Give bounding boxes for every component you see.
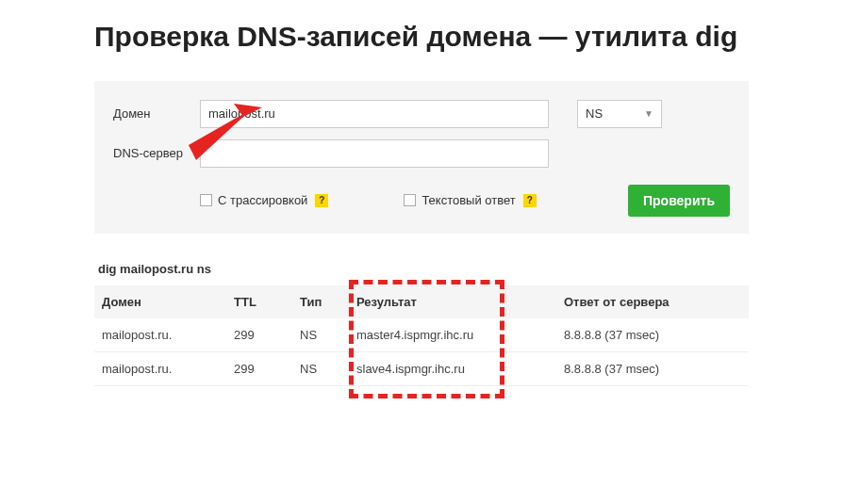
trace-checkbox-group[interactable]: С трассировкой ? bbox=[200, 193, 328, 207]
cell-result: master4.ispmgr.ihc.ru bbox=[349, 318, 556, 352]
trace-checkbox[interactable] bbox=[200, 194, 212, 206]
th-ttl: TTL bbox=[226, 285, 292, 318]
record-type-value: NS bbox=[586, 106, 603, 121]
text-answer-checkbox-group[interactable]: Текстовый ответ ? bbox=[404, 193, 536, 207]
help-icon[interactable]: ? bbox=[523, 194, 537, 207]
cell-ttl: 299 bbox=[226, 351, 292, 385]
dns-server-input[interactable] bbox=[200, 139, 549, 168]
domain-input[interactable] bbox=[200, 100, 549, 128]
results-table: Домен TTL Тип Результат Ответ от сервера… bbox=[94, 285, 749, 386]
text-answer-checkbox[interactable] bbox=[404, 194, 416, 206]
record-type-select[interactable]: NS ▼ bbox=[577, 100, 662, 128]
cell-type: NS bbox=[292, 318, 349, 352]
table-row: mailopost.ru. 299 NS slave4.ispmgr.ihc.r… bbox=[94, 351, 749, 385]
query-form-panel: Домен NS ▼ DNS-сервер С трассировкой ? Т… bbox=[94, 81, 749, 234]
cell-type: NS bbox=[292, 351, 349, 385]
table-row: mailopost.ru. 299 NS master4.ispmgr.ihc.… bbox=[94, 318, 749, 352]
cell-domain: mailopost.ru. bbox=[94, 318, 226, 352]
th-domain: Домен bbox=[94, 285, 226, 318]
cell-result: slave4.ispmgr.ihc.ru bbox=[349, 351, 556, 385]
th-type: Тип bbox=[292, 285, 349, 318]
domain-label: Домен bbox=[113, 106, 189, 121]
page-title: Проверка DNS-записей домена — утилита di… bbox=[94, 19, 749, 55]
cell-domain: mailopost.ru. bbox=[94, 351, 226, 385]
dns-server-label: DNS-сервер bbox=[113, 146, 189, 160]
trace-label: С трассировкой bbox=[218, 193, 307, 207]
dig-command-line: dig mailopost.ru ns bbox=[94, 262, 749, 276]
cell-server: 8.8.8.8 (37 msec) bbox=[556, 351, 749, 385]
cell-server: 8.8.8.8 (37 msec) bbox=[556, 318, 749, 352]
text-answer-label: Текстовый ответ bbox=[422, 193, 515, 207]
submit-button[interactable]: Проверить bbox=[628, 185, 730, 217]
chevron-down-icon: ▼ bbox=[644, 108, 653, 119]
th-result: Результат bbox=[349, 285, 556, 318]
results-table-wrap: Домен TTL Тип Результат Ответ от сервера… bbox=[94, 285, 749, 386]
help-icon[interactable]: ? bbox=[315, 194, 328, 207]
cell-ttl: 299 bbox=[226, 318, 292, 352]
th-server: Ответ от сервера bbox=[556, 285, 749, 318]
